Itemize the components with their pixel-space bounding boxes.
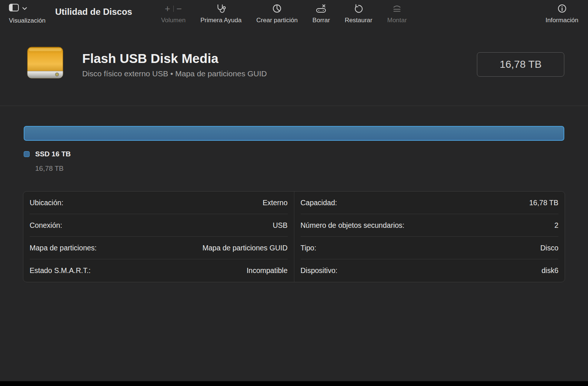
- partition-name: SSD 16 TB: [35, 150, 71, 158]
- partition-legend: SSD 16 TB: [24, 150, 564, 158]
- external-drive-icon: [24, 43, 66, 86]
- partition-map: SSD 16 TB 16,78 TB: [24, 126, 564, 173]
- capacity-badge: 16,78 TB: [477, 52, 564, 77]
- toolbar-buttons: +− Volumen Primera Ayuda: [161, 4, 578, 24]
- info-icon: [557, 4, 567, 13]
- table-row: Conexión: USB: [30, 214, 288, 237]
- view-group: Visualización: [9, 4, 46, 24]
- partition-size: 16,78 TB: [35, 164, 564, 173]
- restore-arrow-icon: [354, 4, 363, 13]
- view-toggle-button[interactable]: [9, 4, 46, 13]
- toolbar: Visualización Utilidad de Discos +− Volu…: [0, 0, 588, 33]
- mount-icon: [392, 4, 402, 13]
- restore-button[interactable]: Restaurar: [345, 4, 372, 24]
- chevron-down-icon: [22, 6, 27, 11]
- disk-header: Flash USB Disk Media Disco físico extern…: [24, 43, 564, 86]
- disk-details-table: Ubicación: Externo Conexión: USB Mapa de…: [23, 191, 565, 282]
- table-row: Estado S.M.A.R.T.: Incompatible: [30, 259, 288, 282]
- disk-subtitle: Disco físico externo USB • Mapa de parti…: [82, 69, 267, 78]
- table-row: Tipo: Disco: [301, 237, 559, 259]
- table-row: Número de objetos secundarios: 2: [301, 214, 559, 237]
- disk-title-block: Flash USB Disk Media Disco físico extern…: [82, 51, 267, 78]
- erase-button[interactable]: Borrar: [313, 4, 330, 24]
- volume-button[interactable]: +− Volumen: [161, 4, 186, 24]
- first-aid-button[interactable]: Primera Ayuda: [200, 4, 241, 24]
- table-row: Dispositivo: disk6: [301, 259, 559, 282]
- table-row: Capacidad: 16,78 TB: [301, 192, 559, 214]
- header-divider: [0, 106, 588, 106]
- erase-disk-icon: [316, 4, 326, 13]
- disk-name: Flash USB Disk Media: [82, 51, 267, 66]
- partition-color-swatch: [24, 151, 30, 157]
- table-row: Ubicación: Externo: [30, 192, 288, 214]
- mount-button[interactable]: Montar: [387, 4, 407, 24]
- sidebar-panel-icon: [9, 4, 19, 13]
- info-button[interactable]: Información: [545, 4, 578, 24]
- first-aid-icon: [216, 4, 226, 13]
- volume-add-remove-icon: +−: [165, 4, 182, 13]
- details-left-column: Ubicación: Externo Conexión: USB Mapa de…: [23, 192, 294, 282]
- details-right-column: Capacidad: 16,78 TB Número de objetos se…: [294, 192, 565, 282]
- partition-pie-icon: [272, 4, 282, 13]
- view-label: Visualización: [9, 17, 46, 24]
- create-partition-button[interactable]: Crear partición: [256, 4, 298, 24]
- window-title: Utilidad de Discos: [55, 7, 132, 17]
- window-bottom-edge: [0, 381, 588, 386]
- partition-bar-segment[interactable]: [24, 126, 564, 141]
- table-row: Mapa de particiones: Mapa de particiones…: [30, 237, 288, 259]
